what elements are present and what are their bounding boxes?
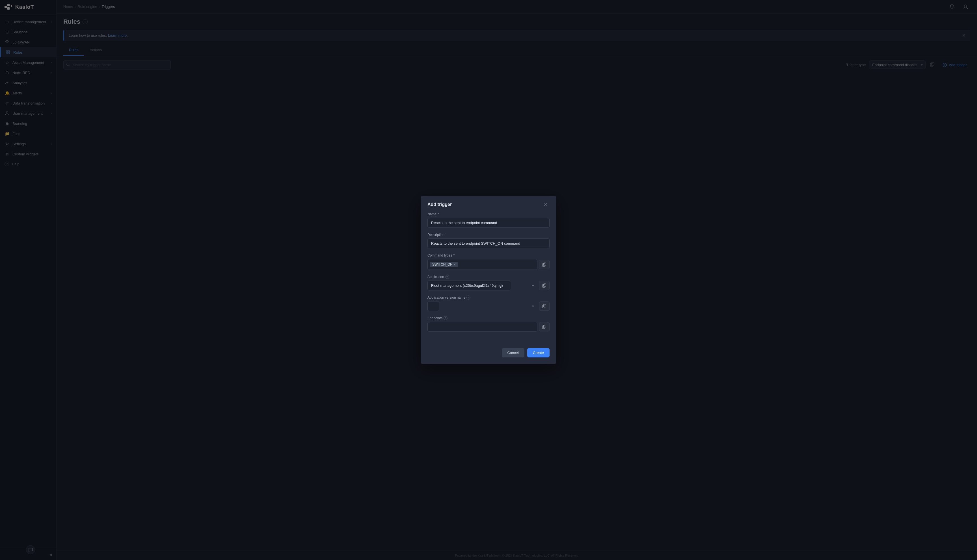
app-version-field-group: Application version name ? ▼ xyxy=(428,295,549,311)
modal-body: Name* Description Command types* xyxy=(421,212,556,343)
copy-application-button[interactable] xyxy=(539,281,549,290)
modal-close-button[interactable]: ✕ xyxy=(542,202,549,208)
modal-header: Add trigger ✕ xyxy=(421,196,556,212)
application-label: Application ? xyxy=(428,275,549,279)
app-version-help-icon[interactable]: ? xyxy=(466,295,470,300)
app-version-select-container: ▼ xyxy=(428,301,538,311)
description-input[interactable] xyxy=(428,238,549,248)
endpoints-field-group: Endpoints ? xyxy=(428,316,549,332)
add-trigger-modal: Add trigger ✕ Name* Description xyxy=(421,196,556,364)
app-version-select[interactable] xyxy=(428,301,439,311)
command-types-field-group: Command types* SWITCH_ON × xyxy=(428,253,549,270)
modal-overlay[interactable]: Add trigger ✕ Name* Description xyxy=(0,0,977,560)
command-types-label: Command types* xyxy=(428,253,549,257)
endpoints-help-icon[interactable]: ? xyxy=(444,316,448,320)
create-button[interactable]: Create xyxy=(527,348,549,357)
remove-switch-on-tag-button[interactable]: × xyxy=(454,263,456,266)
application-select[interactable]: Fleet management (c25bs9ugul2l1s49ajmg) xyxy=(428,280,511,290)
copy-command-types-button[interactable] xyxy=(539,260,549,269)
name-field-group: Name* xyxy=(428,212,549,228)
application-select-wrapper: Fleet management (c25bs9ugul2l1s49ajmg) … xyxy=(428,280,549,290)
copy-app-version-button[interactable] xyxy=(539,302,549,311)
app-version-label: Application version name ? xyxy=(428,295,549,300)
description-label: Description xyxy=(428,233,549,237)
application-field-group: Application ? Fleet management (c25bs9ug… xyxy=(428,275,549,290)
application-select-container: Fleet management (c25bs9ugul2l1s49ajmg) … xyxy=(428,280,538,290)
name-input[interactable] xyxy=(428,218,549,228)
description-input-row xyxy=(428,238,549,248)
endpoints-input-row xyxy=(428,322,549,332)
name-input-row xyxy=(428,218,549,228)
modal-footer: Cancel Create xyxy=(421,343,556,364)
endpoints-input[interactable] xyxy=(428,322,538,332)
application-help-icon[interactable]: ? xyxy=(445,275,449,279)
description-field-group: Description xyxy=(428,233,549,248)
app-version-chevron-icon: ▼ xyxy=(531,305,534,308)
switch-on-tag: SWITCH_ON × xyxy=(430,262,458,267)
name-label: Name* xyxy=(428,212,549,216)
application-chevron-icon: ▼ xyxy=(531,284,534,287)
app-version-select-wrapper: ▼ xyxy=(428,301,549,311)
modal-title: Add trigger xyxy=(428,202,452,207)
command-types-tag-input[interactable]: SWITCH_ON × xyxy=(428,259,538,270)
copy-endpoints-button[interactable] xyxy=(539,322,549,332)
endpoints-label: Endpoints ? xyxy=(428,316,549,320)
cancel-button[interactable]: Cancel xyxy=(502,348,524,357)
command-types-input-row: SWITCH_ON × xyxy=(428,259,549,270)
